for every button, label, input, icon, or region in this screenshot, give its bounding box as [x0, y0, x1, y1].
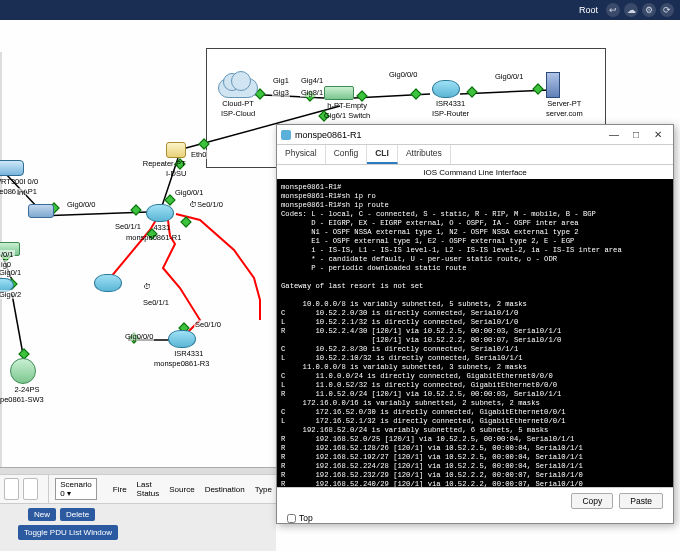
packet-tracer-topbar: Root ↩ ☁ ⚙ ⟳ [0, 0, 680, 20]
lbl-ap-g000: Gig0/0/0 [66, 200, 96, 209]
tool-icon-1[interactable] [4, 478, 19, 500]
minimize-button[interactable]: — [603, 127, 625, 143]
lbl-sw-g01: Gig0/1 [0, 268, 22, 277]
toggle-pdu-button[interactable]: Toggle PDU List Window [18, 525, 118, 540]
window-icon [281, 130, 291, 140]
device-ap[interactable] [28, 204, 54, 218]
tab-cli[interactable]: CLI [367, 145, 398, 164]
topbar-icon-4[interactable]: ⟳ [660, 3, 674, 17]
paste-button[interactable]: Paste [619, 493, 663, 509]
device-sw3[interactable]: 2-24PS pe0861-SW3 [10, 358, 44, 405]
lbl-gig41: Gig4/1 [300, 76, 324, 85]
device-server[interactable]: Server-PT server.com [546, 72, 583, 119]
lbl-clk2: ⏱ [142, 282, 152, 291]
tab-config[interactable]: Config [326, 145, 368, 164]
device-cloud[interactable]: Cloud-PT ISP-Cloud [218, 78, 258, 119]
lbl-gig1: Gig1 [272, 76, 290, 85]
lbl-sliceig0: ig0 [0, 260, 12, 269]
device-tabs: Physical Config CLI Attributes [277, 145, 673, 165]
lbl-r3-se010: Se0/1/0 [194, 320, 222, 329]
close-button[interactable]: ✕ [647, 127, 669, 143]
topbar-icon-3[interactable]: ⚙ [642, 3, 656, 17]
device-mid-router[interactable] [94, 274, 122, 292]
window-title: monspe0861-R1 [295, 130, 603, 140]
topbar-icon-2[interactable]: ☁ [624, 3, 638, 17]
device-isp-router[interactable]: ISR4331 ISP-Router [432, 80, 469, 119]
col-last: Last Status [137, 480, 160, 498]
lbl-r1-se010: Se0/1/0 [196, 200, 224, 209]
lbl-r3-se011: Se0/1/1 [142, 298, 170, 307]
device-cli-window[interactable]: monspe0861-R1 — □ ✕ Physical Config CLI … [276, 124, 674, 524]
col-source: Source [169, 485, 194, 494]
device-repeater[interactable]: Repeater-PT I-DSU [166, 142, 186, 179]
tab-attributes[interactable]: Attributes [398, 145, 451, 164]
tool-icon-2[interactable] [23, 478, 38, 500]
top-checkbox[interactable] [287, 514, 296, 523]
lbl-gig3: Gig3 [272, 88, 290, 97]
device-r1[interactable]: 4331 monspe0861-R1 [146, 204, 181, 243]
simulation-panel: Scenario 0 ▾ Fire Last Status Source Des… [0, 467, 276, 551]
maximize-button[interactable]: □ [625, 127, 647, 143]
lbl-sw-g02: Gig0/2 [0, 290, 22, 299]
lbl-g001-srv: Gig0/0/1 [494, 72, 524, 81]
device-r3[interactable]: ISR4331 monspe0861-R3 [168, 330, 209, 369]
window-titlebar[interactable]: monspe0861-R1 — □ ✕ [277, 125, 673, 145]
lbl-ap-int: Int [16, 188, 26, 197]
col-type: Type [255, 485, 272, 494]
lbl-r3-g000: Gig0/0/0 [124, 332, 154, 341]
lbl-r1-g001: Gig0/0/1 [174, 188, 204, 197]
lbl-g000-isp: Gig0/0/0 [388, 70, 418, 79]
scenario-select[interactable]: Scenario 0 ▾ [55, 478, 97, 500]
cli-terminal[interactable]: monspe0861-R1# monspe0861-R1#sh ip ro mo… [277, 179, 673, 487]
lbl-slice01: /0/1 [0, 250, 15, 259]
cli-subheader: IOS Command Line Interface [277, 165, 673, 179]
topbar-icon-1[interactable]: ↩ [606, 3, 620, 17]
lbl-r1-clk: ⏱ [188, 200, 198, 209]
new-button[interactable]: New [28, 508, 56, 521]
device-hpt-switch[interactable]: h-PT-Empty Gig6/1 Switch [324, 86, 370, 121]
tab-physical[interactable]: Physical [277, 145, 326, 164]
copy-button[interactable]: Copy [571, 493, 613, 509]
top-label: Top [299, 513, 313, 523]
lbl-rep-eth0: Eth0 [190, 150, 207, 159]
col-dest: Destination [205, 485, 245, 494]
root-label[interactable]: Root [579, 5, 598, 15]
lbl-r1-se011: Se0/1/1 [114, 222, 142, 231]
delete-button[interactable]: Delete [60, 508, 95, 521]
col-fire: Fire [113, 485, 127, 494]
lbl-gig81: Gig8/1 [300, 88, 324, 97]
